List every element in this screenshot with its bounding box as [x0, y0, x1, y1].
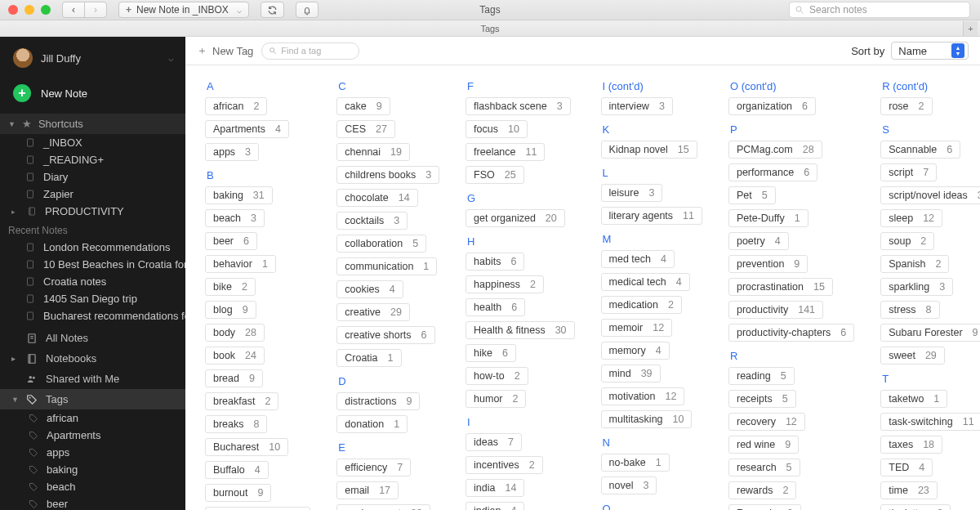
new-note-dropdown[interactable]: + New Note in _INBOX ⌵: [118, 2, 249, 18]
sort-select[interactable]: Name ▲▼: [891, 42, 969, 60]
tag-chip[interactable]: efficiency7: [336, 459, 411, 476]
tag-chip[interactable]: chocolate14: [336, 189, 417, 207]
tag-chip[interactable]: habits6: [466, 253, 524, 271]
tag-chip[interactable]: memoir12: [601, 319, 673, 337]
nav-forward-button[interactable]: ›: [84, 2, 107, 18]
tag-chip[interactable]: multitasking10: [601, 410, 693, 428]
nav-shared[interactable]: Shared with Me: [0, 369, 185, 389]
tag-chip[interactable]: task-switching11: [880, 413, 980, 431]
tag-chip[interactable]: literary agents11: [601, 207, 702, 225]
account-switcher[interactable]: Jill Duffy ⌵: [0, 37, 185, 79]
tag-chip[interactable]: cake9: [336, 97, 390, 115]
tag-chip[interactable]: red wine9: [728, 436, 799, 454]
tag-chip[interactable]: cocktails3: [336, 212, 408, 230]
tag-chip[interactable]: stress8: [880, 301, 939, 319]
tag-chip[interactable]: apps3: [205, 143, 259, 161]
tag-chip[interactable]: TED4: [880, 459, 933, 476]
tag-chip[interactable]: medical tech4: [601, 273, 690, 291]
tag-chip[interactable]: tinyletter3: [880, 504, 951, 510]
tag-chip[interactable]: business cards16: [205, 507, 310, 510]
tag-chip[interactable]: incentives2: [466, 456, 543, 474]
tag-chip[interactable]: how-to2: [466, 367, 528, 385]
tag-chip[interactable]: productivity141: [728, 301, 823, 319]
tag-chip[interactable]: african2: [205, 97, 267, 115]
shortcut-item[interactable]: _INBOX: [0, 134, 185, 151]
tag-chip[interactable]: rose2: [880, 97, 932, 115]
tag-chip[interactable]: freelance11: [466, 143, 545, 161]
tag-chip[interactable]: communication1: [336, 257, 437, 275]
tag-chip[interactable]: book24: [205, 347, 265, 365]
tag-chip[interactable]: Scannable6: [880, 141, 960, 159]
nav-tags[interactable]: ▼ Tags: [0, 389, 185, 409]
tag-chip[interactable]: research5: [728, 459, 800, 476]
tag-chip[interactable]: collaboration5: [336, 235, 426, 253]
tag-chip[interactable]: poetry4: [728, 232, 789, 250]
tag-chip[interactable]: FSO25: [466, 166, 524, 184]
recent-note-item[interactable]: 1405 San Diego trip: [0, 290, 185, 307]
tag-chip[interactable]: india14: [466, 479, 524, 497]
tag-chip[interactable]: creative29: [336, 303, 410, 321]
tag-chip[interactable]: creative shorts6: [336, 326, 434, 344]
close-icon[interactable]: [8, 5, 18, 15]
tag-chip[interactable]: mind39: [601, 365, 661, 382]
tag-chip[interactable]: Subaru Forester9: [880, 324, 980, 342]
tag-chip[interactable]: interview3: [601, 97, 673, 115]
tag-chip[interactable]: motivation12: [601, 387, 685, 405]
tag-chip[interactable]: productivity-chapters6: [728, 324, 854, 342]
new-tag-button[interactable]: ＋ New Tag: [197, 43, 253, 58]
tag-chip[interactable]: beer6: [205, 232, 257, 250]
tag-chip[interactable]: medication2: [601, 296, 682, 314]
tag-chip[interactable]: email17: [336, 481, 399, 499]
tag-chip[interactable]: Croatia1: [336, 349, 401, 367]
tag-chip[interactable]: Pete-Duffy1: [728, 209, 808, 227]
tag-chip[interactable]: prevention9: [728, 255, 808, 273]
tag-chip[interactable]: recovery12: [728, 413, 805, 431]
sidebar-tag-item[interactable]: beer: [0, 495, 185, 510]
tag-chip[interactable]: behavior1: [205, 255, 276, 273]
tag-chip[interactable]: CES27: [336, 120, 395, 138]
shortcut-item[interactable]: Zapier: [0, 186, 185, 203]
tag-chip[interactable]: soup2: [880, 232, 934, 250]
tab-tags[interactable]: Tags: [480, 24, 499, 34]
sync-button[interactable]: [261, 2, 284, 18]
tag-chip[interactable]: burnout9: [205, 484, 271, 502]
tag-chip[interactable]: script7: [880, 163, 937, 181]
tag-chip[interactable]: Spanish2: [880, 255, 949, 273]
tag-chip[interactable]: PCMag.com28: [728, 141, 822, 159]
tag-chip[interactable]: distractions9: [336, 392, 420, 410]
tag-chip[interactable]: hike6: [466, 344, 516, 362]
recent-note-item[interactable]: Croatia notes: [0, 273, 185, 290]
tag-chip[interactable]: script/novel ideas3: [880, 186, 980, 204]
tag-chip[interactable]: bread9: [205, 369, 263, 387]
tag-chip[interactable]: humor2: [466, 390, 526, 408]
tag-chip[interactable]: bike2: [205, 278, 256, 296]
tag-chip[interactable]: baking31: [205, 186, 273, 204]
tag-chip[interactable]: reading5: [728, 367, 795, 385]
tag-chip[interactable]: Health & fitness30: [466, 321, 574, 339]
tag-chip[interactable]: novel3: [601, 476, 657, 494]
shortcut-item[interactable]: ▸PRODUCTIVITY: [0, 203, 185, 220]
tag-chip[interactable]: body28: [205, 324, 265, 342]
activity-button[interactable]: [296, 2, 318, 18]
tag-chip[interactable]: donation1: [336, 415, 408, 433]
tag-chip[interactable]: memory4: [601, 342, 670, 360]
tag-chip[interactable]: cookies4: [336, 280, 403, 298]
tag-chip[interactable]: beach3: [205, 209, 265, 227]
recent-note-item[interactable]: London Recommendations: [0, 239, 185, 256]
tag-chip[interactable]: focus10: [466, 120, 528, 138]
tag-chip[interactable]: no-bake1: [601, 454, 670, 472]
tag-chip[interactable]: procrastination15: [728, 278, 833, 296]
sidebar-tag-item[interactable]: african: [0, 409, 185, 427]
tag-chip[interactable]: happiness2: [466, 275, 544, 293]
tag-chip[interactable]: breakfast2: [205, 392, 278, 410]
tag-chip[interactable]: leisure3: [601, 184, 663, 202]
tag-chip[interactable]: blog9: [205, 301, 256, 319]
minimize-icon[interactable]: [24, 5, 34, 15]
tag-chip[interactable]: med tech4: [601, 250, 675, 268]
tag-chip[interactable]: time23: [880, 481, 938, 499]
tag-chip[interactable]: childrens books3: [336, 166, 439, 184]
sidebar-tag-item[interactable]: Apartments: [0, 427, 185, 444]
new-note-button[interactable]: + New Note: [0, 79, 185, 114]
tag-chip[interactable]: health6: [466, 298, 525, 316]
zoom-icon[interactable]: [41, 5, 51, 15]
